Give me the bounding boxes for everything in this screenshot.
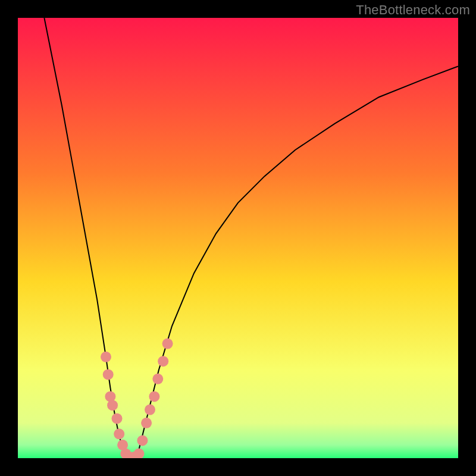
marker-dot: [158, 356, 168, 367]
marker-dot: [145, 405, 155, 415]
marker-dot: [112, 413, 123, 424]
marker-dot: [149, 391, 159, 402]
watermark-text: TheBottleneck.com: [356, 2, 470, 18]
marker-dot: [162, 339, 173, 349]
chart-svg: [18, 18, 458, 458]
chart-background: [18, 18, 458, 458]
marker-dot: [107, 400, 118, 411]
plot-area: [18, 18, 458, 458]
marker-dot: [137, 435, 148, 446]
marker-dot: [114, 428, 124, 439]
marker-dot: [101, 352, 111, 362]
marker-dot: [152, 374, 163, 384]
marker-dot: [141, 418, 152, 428]
marker-dot: [103, 369, 114, 380]
